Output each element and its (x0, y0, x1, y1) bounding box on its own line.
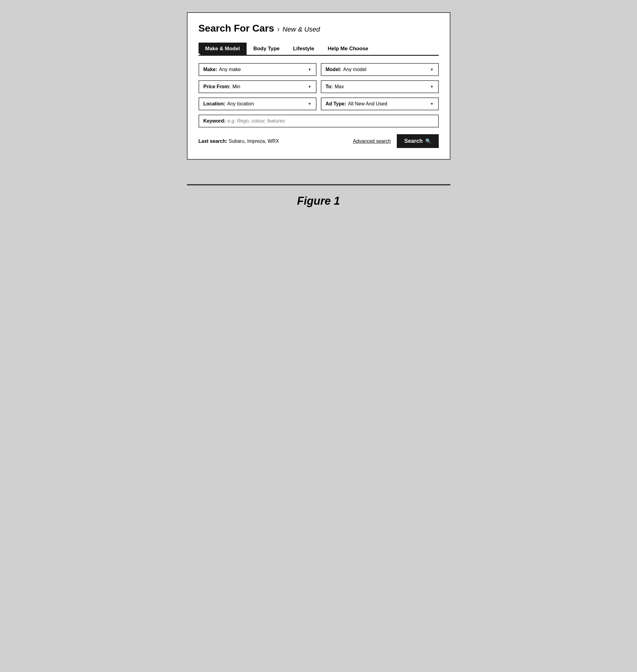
bottom-row: Last search: Subaru, Impreza, WRX Advanc… (199, 134, 439, 148)
make-value: Any make (219, 67, 306, 72)
tabs-row: Make & Model Body Type Lifestyle Help Me… (199, 42, 439, 56)
ad-type-label: Ad Type: (326, 101, 346, 107)
keyword-input[interactable] (228, 118, 434, 124)
tab-lifestyle[interactable]: Lifestyle (287, 42, 321, 55)
keyword-field[interactable]: Keyword: (199, 115, 439, 127)
location-field[interactable]: Location: Any location ▼ (199, 97, 316, 110)
ad-type-field[interactable]: Ad Type: All New And Used ▼ (321, 97, 439, 110)
price-from-field[interactable]: Price From: Min ▼ (199, 80, 316, 93)
model-dropdown-icon: ▼ (430, 68, 434, 72)
keyword-label: Keyword: (203, 118, 226, 124)
tab-body-type[interactable]: Body Type (247, 42, 287, 55)
tab-help-me-choose[interactable]: Help Me Choose (321, 42, 375, 55)
model-value: Any model (343, 67, 428, 72)
search-icon: 🔍 (425, 138, 432, 144)
make-field[interactable]: Make: Any make ▼ (199, 63, 316, 76)
form-grid: Make: Any make ▼ Model: Any model ▼ Pric… (199, 63, 439, 127)
advanced-search-link[interactable]: Advanced search (353, 139, 391, 144)
price-to-dropdown-icon: ▼ (430, 85, 434, 89)
price-to-label: To: (326, 84, 333, 90)
price-from-value: Min (232, 84, 305, 90)
last-search-label: Last search: (199, 139, 228, 144)
keyword-row: Keyword: (199, 115, 439, 127)
price-to-value: Max (334, 84, 427, 90)
page-title: Search For Cars (199, 23, 274, 34)
model-field[interactable]: Model: Any model ▼ (321, 63, 439, 76)
location-adtype-row: Location: Any location ▼ Ad Type: All Ne… (199, 97, 439, 110)
page-subtitle: New & Used (283, 25, 320, 33)
bottom-divider (187, 184, 450, 185)
make-model-row: Make: Any make ▼ Model: Any model ▼ (199, 63, 439, 76)
search-panel: Search For Cars › New & Used Make & Mode… (187, 12, 450, 160)
ad-type-value: All New And Used (348, 101, 428, 107)
price-row: Price From: Min ▼ To: Max ▼ (199, 80, 439, 93)
make-dropdown-icon: ▼ (308, 68, 312, 72)
location-value: Any location (228, 101, 306, 107)
price-from-dropdown-icon: ▼ (308, 85, 312, 89)
tab-make-model[interactable]: Make & Model (199, 42, 247, 55)
last-search: Last search: Subaru, Impreza, WRX (199, 139, 347, 144)
search-button[interactable]: Search 🔍 (397, 134, 438, 148)
price-from-label: Price From: (203, 84, 231, 90)
search-button-label: Search (404, 138, 422, 144)
model-label: Model: (326, 67, 342, 72)
last-search-value: Subaru, Impreza, WRX (229, 139, 279, 144)
make-label: Make: (203, 67, 217, 72)
title-row: Search For Cars › New & Used (199, 23, 439, 34)
figure-caption: Figure 1 (297, 195, 340, 207)
title-arrow: › (277, 25, 279, 33)
location-dropdown-icon: ▼ (308, 102, 312, 106)
price-to-field[interactable]: To: Max ▼ (321, 80, 439, 93)
location-label: Location: (203, 101, 225, 107)
ad-type-dropdown-icon: ▼ (430, 102, 434, 106)
